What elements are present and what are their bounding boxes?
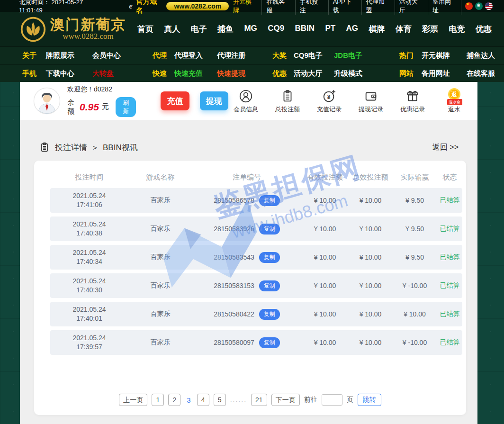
subnav-member-center[interactable]: 会员中心 xyxy=(92,51,153,60)
quick-link-total-bets[interactable]: 总投注额 xyxy=(270,88,305,114)
user-avatar[interactable] xyxy=(33,87,61,115)
quick-link-recharge-history[interactable]: ¥ 充值记录 xyxy=(312,88,347,114)
language-flags xyxy=(465,2,493,10)
site-logo[interactable]: 澳门新葡京 www.0282.com xyxy=(20,16,126,43)
nav-item-promo[interactable]: 优惠 xyxy=(476,24,492,35)
top-link-kaiyuan[interactable]: 开元棋牌 xyxy=(229,0,262,15)
page-button-1[interactable]: 1 xyxy=(152,394,164,406)
top-link-app-download[interactable]: APP下载 xyxy=(329,0,362,15)
copy-button[interactable]: 复制 xyxy=(259,309,280,320)
nav-item-cq9[interactable]: CQ9 xyxy=(268,24,284,35)
lotus-logo-icon xyxy=(20,16,46,43)
breadcrumb: 投注详情 ＞ BBIN视讯 返回 >> xyxy=(20,120,477,153)
balance-line: 余额 0.95 元 刷新 xyxy=(67,97,136,117)
actual-win: ¥ -10.00 xyxy=(392,339,437,346)
nav-item-esports[interactable]: 电竞 xyxy=(449,24,465,35)
nav-item-mg[interactable]: MG xyxy=(244,24,257,35)
table-row: 2021.05.2417:40:01 百家乐 28150580422复制 ¥ 1… xyxy=(50,302,462,326)
promo-history-icon xyxy=(405,88,420,104)
macau-flag-icon[interactable] xyxy=(475,2,483,10)
withdraw-button[interactable]: 提现 xyxy=(200,91,228,110)
refresh-balance-button[interactable]: 刷新 xyxy=(116,97,136,117)
valid-bet-amount: ¥ 10.00 xyxy=(301,310,349,318)
subnav-label-jackpot: 大奖 xyxy=(272,51,294,60)
page-button-4[interactable]: 4 xyxy=(197,394,209,406)
subnav-label-mobile: 手机 xyxy=(22,69,46,78)
nav-item-live[interactable]: 真人 xyxy=(164,24,180,35)
subnav-license[interactable]: 牌照展示 xyxy=(46,51,92,60)
subnav-download-center[interactable]: 下载中心 xyxy=(46,69,92,78)
quick-link-member-info[interactable]: 会员信息 xyxy=(228,88,263,114)
page-ellipsis: ...... xyxy=(230,396,247,404)
copy-button[interactable]: 复制 xyxy=(259,195,280,206)
subnav-activity-hall[interactable]: 活动大厅 xyxy=(294,69,334,78)
page-button-5[interactable]: 5 xyxy=(214,394,226,406)
top-link-backup-url[interactable]: 备用网址 xyxy=(428,0,461,15)
nav-item-sports[interactable]: 体育 xyxy=(396,24,412,35)
subnav-online-service[interactable]: 在线客服 xyxy=(467,69,504,78)
subnav-lucky-wheel[interactable]: 大转盘 xyxy=(92,69,153,78)
quick-link-withdraw-history[interactable]: 提现记录 xyxy=(353,88,388,114)
user-bar: 欢迎您！d0282 余额 0.95 元 刷新 充值 提现 会员信息 总投注额 xyxy=(20,82,477,120)
page-button-21[interactable]: 21 xyxy=(251,394,267,406)
nav-item-bbin[interactable]: BBIN xyxy=(295,24,315,35)
bet-details-icon xyxy=(39,142,50,153)
top-link-mobile-bet[interactable]: 手机投注 xyxy=(296,0,329,15)
subnav-kaiyuan-chess[interactable]: 开元棋牌 xyxy=(422,51,467,60)
nav-item-home[interactable]: 首页 xyxy=(137,24,153,35)
content-area: 投注详情 ＞ BBIN视讯 返回 >> 投注时间 游戏名称 注单编号 有效投注额… xyxy=(20,120,477,424)
subnav-fast-deposit[interactable]: 快速充值 xyxy=(174,69,217,78)
subnav-jdb-slots[interactable]: JDB电子 xyxy=(334,51,399,60)
nav-item-fishing[interactable]: 捕鱼 xyxy=(217,24,234,35)
actual-win: ¥ 9.50 xyxy=(392,253,437,261)
nav-item-slots[interactable]: 电子 xyxy=(191,24,207,35)
subnav-fast-withdraw[interactable]: 快速提现 xyxy=(217,69,272,78)
prev-page-button[interactable]: 上一页 xyxy=(119,394,147,406)
official-domain-link[interactable]: www.0282.com xyxy=(166,2,229,10)
official-domain: e 官方域名 www.0282.com xyxy=(129,0,229,15)
bet-time: 2021.05.2417:39:57 xyxy=(50,334,128,352)
subnav-upgrade-mode[interactable]: 升级模式 xyxy=(334,69,399,78)
subnav-fishing-master[interactable]: 捕鱼达人 xyxy=(467,51,504,60)
copy-button[interactable]: 复制 xyxy=(259,252,280,263)
recharge-button[interactable]: 充值 xyxy=(161,91,189,110)
order-number: 28150580097 xyxy=(214,339,254,346)
jump-button[interactable]: 跳转 xyxy=(358,394,381,406)
column-header-game-name: 游戏名称 xyxy=(128,173,192,182)
total-bet-amount: ¥ 10.00 xyxy=(349,225,392,233)
balance-label: 余额 xyxy=(67,98,77,116)
top-link-customer-service[interactable]: 在线客服 xyxy=(262,0,295,15)
total-bet-amount: ¥ 10.00 xyxy=(349,253,392,261)
valid-bet-amount: ¥ 10.00 xyxy=(301,225,349,233)
copy-button[interactable]: 复制 xyxy=(259,224,280,235)
nav-item-pt[interactable]: PT xyxy=(325,24,335,35)
subnav-backup-url[interactable]: 备用网址 xyxy=(422,69,467,78)
nav-item-ag[interactable]: AG xyxy=(346,24,359,35)
copy-button[interactable]: 复制 xyxy=(259,280,280,291)
back-link[interactable]: 返回 >> xyxy=(432,143,459,153)
usa-flag-icon[interactable] xyxy=(485,2,493,10)
status-badge: 已结算 xyxy=(437,196,462,205)
total-bet-amount: ¥ 10.00 xyxy=(349,310,392,318)
nav-items: 首页 真人 电子 捕鱼 MG CQ9 BBIN PT AG 棋牌 体育 彩票 电… xyxy=(137,24,492,35)
page-number-input[interactable] xyxy=(322,394,342,406)
top-link-activity-hall[interactable]: 活动大厅 xyxy=(395,0,428,15)
nav-item-chess[interactable]: 棋牌 xyxy=(369,24,385,35)
subnav-cq9-slots[interactable]: CQ9电子 xyxy=(294,51,334,60)
copy-button[interactable]: 复制 xyxy=(259,337,280,348)
subnav-agent-login[interactable]: 代理登入 xyxy=(174,51,217,60)
page-button-2[interactable]: 2 xyxy=(168,394,180,406)
next-page-button[interactable]: 下一页 xyxy=(271,394,300,406)
order-number: 28150580422 xyxy=(214,310,254,318)
column-header-valid-bet: 有效投注额 xyxy=(301,173,349,182)
valid-bet-amount: ¥ 10.00 xyxy=(301,282,349,289)
nav-item-lottery[interactable]: 彩票 xyxy=(422,24,438,35)
quick-links: 会员信息 总投注额 ¥ 充值记录 提现记录 xyxy=(228,88,477,114)
quick-link-rebate[interactable]: 返 返水金 返水 xyxy=(437,88,472,114)
top-link-agent-join[interactable]: 代理加盟 xyxy=(362,0,395,15)
quick-link-promo-history[interactable]: 优惠记录 xyxy=(395,88,430,114)
table-header-row: 投注时间 游戏名称 注单编号 有效投注额 总效投注额 实际输赢 状态 xyxy=(50,166,462,188)
china-flag-icon[interactable] xyxy=(465,2,473,10)
subnav-agent-register[interactable]: 代理注册 xyxy=(217,51,272,60)
rebate-icon: 返 返水金 xyxy=(446,88,463,104)
